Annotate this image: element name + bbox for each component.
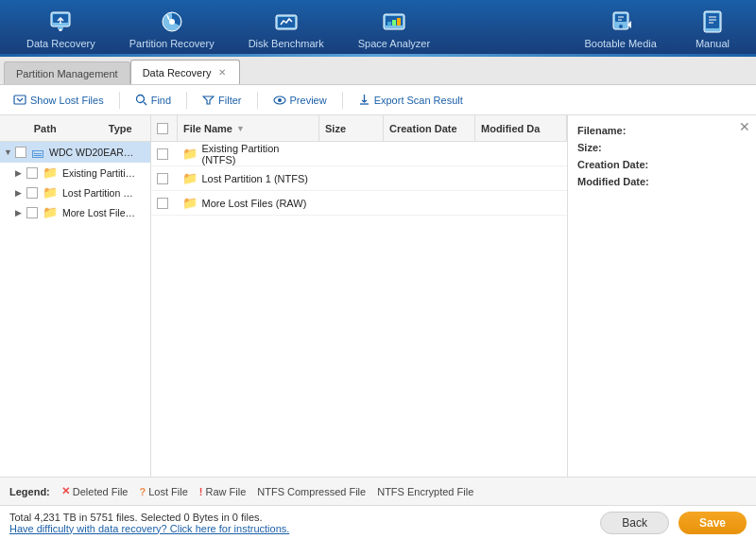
toolbar-sep-3 — [257, 92, 258, 109]
expand-icon-root: ▼ — [4, 148, 13, 157]
nav-manual[interactable]: Manual — [679, 4, 747, 54]
raw-marker: ! — [199, 486, 203, 497]
tree-header-path[interactable]: Path — [0, 115, 90, 141]
expand-icon-lost2: ▶ — [15, 208, 25, 217]
help-link[interactable]: Have difficulty with data recovery? Clic… — [9, 523, 289, 534]
file-list-header: File Name ▼ Size Creation Date Modified … — [151, 115, 567, 142]
svg-rect-11 — [392, 20, 396, 26]
file-row-lost2[interactable]: 📁 More Lost Files (RAW) — [151, 191, 567, 216]
tree-panel: Path Type ▼ 🖴 WDC WD20EARX-00PAS... ▶ 📁 … — [0, 115, 151, 477]
details-modified-label: Modified Date: — [577, 176, 649, 187]
nav-space-analyzer[interactable]: Space Analyzer — [341, 4, 447, 54]
preview-label: Preview — [290, 95, 327, 106]
tree-check-existing[interactable] — [26, 167, 38, 179]
details-modified-row: Modified Date: — [577, 176, 747, 187]
file-check-lost2[interactable] — [151, 191, 177, 215]
file-rows: 📁 Existing Partition (NTFS) 📁 Lost Parti… — [151, 142, 567, 477]
save-button[interactable]: Save — [679, 512, 747, 534]
main-content: Path Type ▼ 🖴 WDC WD20EARX-00PAS... ▶ 📁 … — [0, 115, 756, 477]
disk-benchmark-icon — [273, 9, 300, 35]
tree-check-root[interactable] — [15, 147, 26, 158]
data-recovery-icon — [47, 9, 74, 35]
file-name-existing: 📁 Existing Partition (NTFS) — [177, 142, 318, 165]
svg-point-19 — [136, 96, 144, 103]
export-scan-button[interactable]: Export Scan Result — [352, 92, 469, 108]
file-size-existing — [318, 142, 383, 165]
svg-rect-18 — [14, 96, 26, 104]
legend-ntfs-encrypted: NTFS Encrypted File — [377, 486, 473, 497]
tab-bar: Partition Management Data Recovery ✕ — [0, 57, 756, 85]
sort-arrow-name: ▼ — [236, 124, 245, 133]
preview-button[interactable]: Preview — [267, 93, 333, 108]
file-row-lost1[interactable]: 📁 Lost Partition 1 (NTFS) — [151, 166, 567, 191]
tab-data-recovery[interactable]: Data Recovery ✕ — [130, 60, 241, 84]
nav-disk-benchmark[interactable]: Disk Benchmark — [232, 4, 341, 54]
show-lost-files-button[interactable]: Show Lost Files — [8, 92, 110, 109]
folder-warning-icon-lost2: 📁 — [43, 205, 58, 219]
find-icon — [135, 94, 147, 106]
file-folder-icon-existing: 📁 — [182, 147, 198, 161]
col-header-check — [151, 115, 178, 141]
space-analyzer-icon — [381, 9, 407, 35]
file-created-lost1 — [384, 166, 475, 190]
hdd-icon: 🖴 — [31, 145, 44, 160]
status-selected: Selected 0 Bytes in 0 files. — [141, 512, 263, 523]
tree-label-root: WDC WD20EARX-00PAS... — [49, 147, 134, 158]
tab-close-icon[interactable]: ✕ — [216, 67, 228, 78]
check-all[interactable] — [157, 123, 168, 134]
nav-data-recovery-label: Data Recovery — [26, 38, 95, 49]
nav-partition-recovery[interactable]: Partition Recovery — [112, 4, 232, 54]
status-bar: Total 4,231 TB in 5751 files. Selected 0… — [0, 505, 756, 539]
tree-check-lost2[interactable] — [26, 207, 38, 218]
tree-label-lost2: More Lost Files (RAW) — [62, 207, 138, 218]
bootable-media-icon — [608, 9, 634, 35]
details-close-icon[interactable]: ✕ — [739, 119, 750, 134]
nav-partition-recovery-label: Partition Recovery — [129, 38, 215, 49]
back-button[interactable]: Back — [600, 512, 669, 534]
tree-check-lost1[interactable] — [26, 187, 38, 199]
file-name-lost2: 📁 More Lost Files (RAW) — [177, 191, 318, 215]
col-header-modified[interactable]: Modified Da — [475, 115, 567, 141]
col-header-created[interactable]: Creation Date — [384, 115, 475, 141]
status-total: Total 4,231 TB in 5751 files. — [9, 512, 138, 523]
col-header-size[interactable]: Size — [319, 115, 384, 141]
preview-icon — [273, 95, 286, 106]
svg-point-5 — [169, 19, 175, 25]
nav-bootable-media-label: Bootable Media — [584, 38, 656, 49]
toolbar: Show Lost Files Find Filter Preview Expo… — [0, 85, 756, 115]
deleted-marker: ✕ — [61, 485, 70, 497]
show-lost-files-icon — [13, 94, 26, 107]
svg-rect-14 — [615, 14, 627, 22]
filter-button[interactable]: Filter — [197, 92, 247, 108]
export-scan-icon — [358, 94, 370, 106]
svg-rect-10 — [387, 22, 391, 26]
col-header-name[interactable]: File Name ▼ — [178, 115, 319, 141]
tree-row-root[interactable]: ▼ 🖴 WDC WD20EARX-00PAS... — [0, 142, 150, 163]
toolbar-sep-2 — [186, 92, 187, 109]
tab-data-recovery-label: Data Recovery — [143, 67, 212, 78]
folder-icon-lost1: 📁 — [43, 185, 58, 200]
export-scan-label: Export Scan Result — [374, 95, 463, 106]
legend-ntfs-encrypted-label: NTFS Encrypted File — [377, 486, 473, 497]
nav-right-section: Bootable Media Manual — [567, 4, 747, 54]
manual-icon — [699, 9, 726, 35]
legend-raw-label: Raw File — [205, 486, 246, 497]
tree-label-existing: Existing Partition (N... — [62, 167, 138, 179]
partition-recovery-icon — [159, 9, 185, 35]
file-size-lost1 — [318, 166, 383, 190]
tree-row-lost2[interactable]: ▶ 📁 More Lost Files (RAW) — [0, 202, 150, 222]
nav-bootable-media[interactable]: Bootable Media — [567, 4, 673, 54]
find-button[interactable]: Find — [129, 92, 177, 108]
tree-row-existing[interactable]: ▶ 📁 Existing Partition (N... — [0, 163, 150, 183]
file-row-existing[interactable]: 📁 Existing Partition (NTFS) — [151, 142, 567, 166]
tree-row-lost1[interactable]: ▶ 📁 Lost Partition 1 (NTFS) — [0, 183, 150, 202]
file-check-lost1[interactable] — [151, 166, 177, 190]
file-folder-icon-lost1: 📁 — [182, 171, 198, 185]
legend-deleted-label: Deleted File — [73, 486, 129, 497]
file-check-existing[interactable] — [151, 142, 177, 165]
nav-data-recovery[interactable]: Data Recovery — [9, 4, 112, 54]
details-size-row: Size: — [577, 142, 747, 153]
svg-rect-3 — [58, 26, 63, 29]
tree-header-type[interactable]: Type — [90, 115, 150, 141]
tab-partition-management[interactable]: Partition Management — [4, 61, 130, 84]
